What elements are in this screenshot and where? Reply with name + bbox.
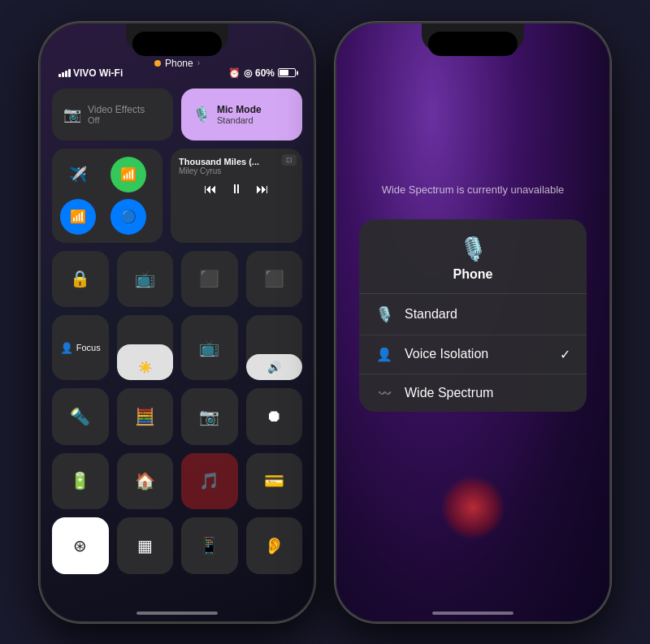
volume-icon: 🔊 [267, 361, 281, 374]
app-row-3: ⊛ ▦ 📱 👂 [52, 517, 302, 574]
focus-icon: 👤 [60, 342, 73, 354]
camera-button[interactable]: 📷 [181, 388, 238, 445]
focus-button[interactable]: 👤 Focus [52, 315, 109, 380]
carrier-label: VIVO Wi-Fi [73, 67, 123, 79]
battery-widget-button[interactable]: 🔋 [52, 453, 109, 510]
voice-isolation-checkmark: ✓ [560, 347, 570, 362]
media-controls: ⏮ ⏸ ⏭ [179, 182, 294, 197]
bluetooth-icon: 🔵 [120, 209, 136, 224]
airplane-button[interactable]: ✈️ [60, 157, 96, 192]
wallet-button[interactable]: 💳 [246, 453, 303, 510]
status-left: VIVO Wi-Fi [58, 67, 123, 79]
media-title: Thousand Miles (... [179, 157, 294, 166]
phone-dot [154, 60, 161, 67]
airplay-icon[interactable]: ⊡ [282, 154, 297, 166]
cellular-icon: 📶 [120, 166, 136, 182]
video-effects-text: Video Effects Off [88, 104, 145, 125]
wifi-icon: 📶 [70, 209, 86, 224]
calculator-button[interactable]: 🧮 [117, 388, 174, 445]
mic-picker-title: Phone [453, 267, 493, 282]
media-info: Thousand Miles (... Miley Cyrus [179, 157, 294, 175]
record-button[interactable]: ⏺ [246, 388, 303, 445]
unavailable-message: Wide Spectrum is currently unavailable [358, 182, 589, 197]
standard-option-label: Standard [405, 307, 570, 322]
dark-mode-button[interactable]: ⊛ [52, 517, 109, 574]
battery-percent: 60% [255, 67, 275, 79]
phone-indicator[interactable]: Phone › [154, 58, 200, 69]
mic-picker-header: 🎙️ Phone [359, 219, 587, 294]
apple-tv-button[interactable]: 📺 [181, 315, 238, 380]
flashlight-button[interactable]: 🔦 [52, 388, 109, 445]
prev-icon[interactable]: ⏮ [204, 182, 217, 197]
phone-indicator-label: Phone [165, 58, 193, 69]
home-indicator-left [136, 612, 218, 615]
unavailable-text: Wide Spectrum is currently unavailable [382, 184, 565, 196]
sliders-row: 👤 Focus ☀️ 📺 🔊 [52, 315, 302, 380]
bluetooth-button[interactable]: 🔵 [110, 199, 146, 235]
home-button[interactable]: 🏠 [117, 453, 174, 510]
qr-scanner-button[interactable]: ▦ [117, 517, 174, 574]
phone-chevron-icon: › [197, 58, 200, 67]
remote-button[interactable]: 📱 [181, 517, 238, 574]
signal-icon [58, 69, 71, 77]
app-row-2: 🔋 🏠 🎵 💳 [52, 453, 302, 510]
control4[interactable]: ⬛ [246, 251, 303, 308]
mic-picker-mic-icon: 🎙️ [459, 236, 488, 262]
alarm-icon: ⏰ [228, 67, 240, 79]
second-controls-row: 🔒 📺 ⬛ ⬛ [52, 251, 302, 308]
left-screen: Phone › VIVO Wi-Fi ⏰ ◎ 60% [41, 24, 314, 621]
media-artist: Miley Cyrus [179, 166, 294, 175]
status-right: ⏰ ◎ 60% [228, 67, 296, 79]
app-row-1: 🔦 🧮 📷 ⏺ [52, 388, 302, 445]
focus-label: Focus [76, 343, 101, 352]
mic-mode-icon: 🎙️ [193, 106, 210, 123]
right-phone: Wide Spectrum is currently unavailable 🎙… [335, 22, 611, 623]
top-buttons-row: 📷 Video Effects Off 🎙️ Mic Mode Standard [52, 89, 302, 140]
play-pause-icon[interactable]: ⏸ [230, 182, 243, 197]
dynamic-island-right [428, 32, 518, 56]
location-icon: ◎ [244, 67, 252, 79]
video-effects-icon: 📷 [63, 106, 81, 123]
screen-mirror-button[interactable]: 📺 [117, 251, 174, 308]
wide-spectrum-icon: 〰️ [375, 387, 393, 400]
brightness-slider[interactable]: ☀️ [117, 315, 174, 380]
voice-isolation-icon: 👤 [375, 347, 393, 362]
left-phone: Phone › VIVO Wi-Fi ⏰ ◎ 60% [39, 22, 315, 623]
battery-icon [278, 68, 296, 77]
standard-mic-icon: 🎙️ [375, 305, 393, 323]
mic-option-standard[interactable]: 🎙️ Standard [359, 294, 587, 335]
voice-isolation-label: Voice Isolation [405, 347, 548, 361]
connectivity-block: ✈️ 📶 📶 🔵 [52, 149, 162, 243]
wifi-button[interactable]: 📶 [60, 199, 96, 235]
video-effects-button[interactable]: 📷 Video Effects Off [52, 89, 173, 140]
home-indicator-right [432, 612, 514, 615]
hearing-button[interactable]: 👂 [246, 517, 303, 574]
mic-mode-button[interactable]: 🎙️ Mic Mode Standard [181, 89, 302, 140]
orientation-lock-button[interactable]: 🔒 [52, 251, 109, 308]
control-center: 📷 Video Effects Off 🎙️ Mic Mode Standard [41, 82, 314, 586]
cellular-button[interactable]: 📶 [110, 157, 146, 192]
right-screen: Wide Spectrum is currently unavailable 🎙… [336, 24, 609, 621]
dynamic-island-left [132, 32, 222, 56]
mic-option-wide-spectrum[interactable]: 〰️ Wide Spectrum [359, 374, 587, 412]
media-player[interactable]: ⊡ Thousand Miles (... Miley Cyrus ⏮ ⏸ ⏭ [171, 149, 302, 243]
airplane-icon: ✈️ [69, 166, 87, 184]
mic-mode-picker[interactable]: 🎙️ Phone 🎙️ Standard 👤 Voice Isolation ✓… [359, 219, 587, 412]
red-glow [440, 475, 505, 540]
control3[interactable]: ⬛ [181, 251, 238, 308]
shazam-button[interactable]: 🎵 [181, 453, 238, 510]
next-icon[interactable]: ⏭ [256, 182, 269, 197]
brightness-icon: ☀️ [138, 361, 152, 374]
apple-tv-icon: 📺 [199, 338, 219, 357]
wide-spectrum-label: Wide Spectrum [405, 386, 570, 400]
mic-mode-text: Mic Mode Standard [217, 104, 262, 125]
mic-option-voice-isolation[interactable]: 👤 Voice Isolation ✓ [359, 335, 587, 374]
volume-slider[interactable]: 🔊 [246, 315, 303, 380]
